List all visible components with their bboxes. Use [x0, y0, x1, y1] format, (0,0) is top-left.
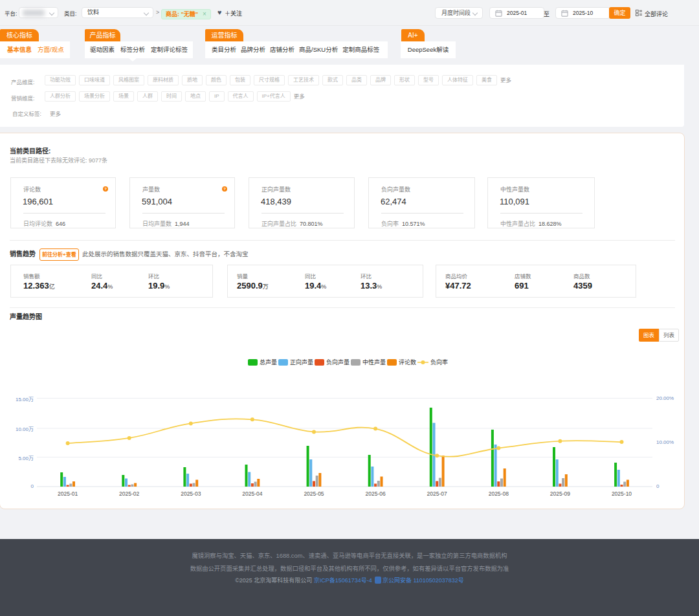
svg-text:2025-10: 2025-10 [612, 490, 632, 497]
svg-text:2025-04: 2025-04 [242, 490, 262, 497]
svg-text:2025-01: 2025-01 [58, 490, 78, 497]
svg-text:2025-05: 2025-05 [304, 490, 324, 497]
svg-text:2025-03: 2025-03 [181, 490, 201, 497]
svg-text:2025-02: 2025-02 [119, 490, 139, 497]
svg-text:2025-09: 2025-09 [550, 490, 570, 497]
svg-text:2025-07: 2025-07 [427, 490, 447, 497]
svg-text:2025-08: 2025-08 [489, 490, 509, 497]
svg-text:2025-06: 2025-06 [365, 490, 385, 497]
